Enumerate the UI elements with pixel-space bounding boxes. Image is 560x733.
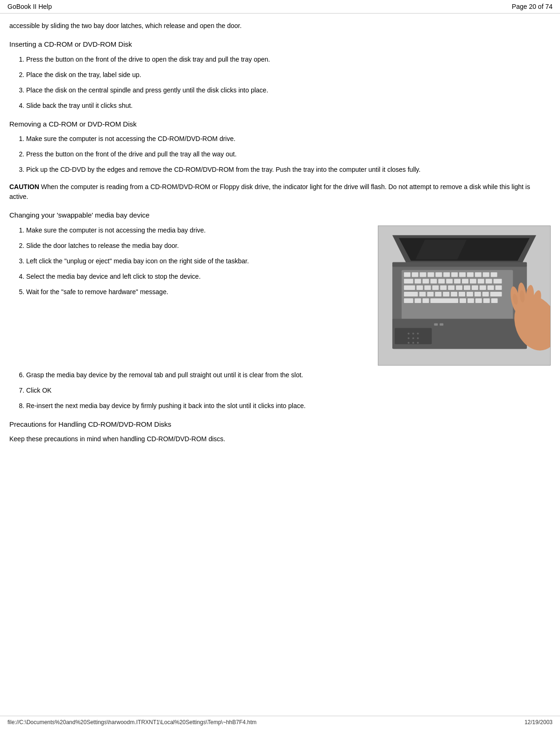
svg-rect-25 bbox=[454, 279, 461, 283]
swappable-steps-list: Make sure the computer is not accessing … bbox=[26, 226, 369, 297]
list-item: Re-insert the next media bay device by f… bbox=[26, 401, 551, 411]
svg-rect-9 bbox=[420, 272, 426, 277]
insert-heading: Inserting a CD-ROM or DVD-ROM Disk bbox=[9, 39, 551, 50]
svg-point-68 bbox=[408, 337, 410, 339]
svg-rect-32 bbox=[417, 285, 423, 290]
svg-rect-40 bbox=[480, 285, 486, 290]
svg-rect-13 bbox=[451, 272, 458, 277]
caution-block: CAUTION When the computer is reading fro… bbox=[9, 182, 551, 202]
laptop-image-container bbox=[378, 226, 551, 366]
svg-rect-18 bbox=[491, 272, 497, 277]
svg-rect-15 bbox=[467, 272, 474, 277]
svg-point-70 bbox=[417, 337, 419, 339]
svg-rect-29 bbox=[486, 279, 492, 283]
intro-text: accessible by sliding the two bay door l… bbox=[9, 21, 551, 31]
swappable-heading: Changing your 'swappable' media bay devi… bbox=[9, 210, 551, 221]
svg-point-69 bbox=[412, 337, 414, 339]
list-item: Click OK bbox=[26, 386, 551, 395]
page-info: Page 20 of 74 bbox=[512, 3, 553, 10]
svg-rect-11 bbox=[435, 272, 442, 277]
svg-rect-33 bbox=[425, 285, 431, 290]
svg-rect-61 bbox=[483, 298, 490, 303]
svg-rect-50 bbox=[467, 292, 473, 296]
svg-rect-7 bbox=[404, 272, 411, 277]
svg-rect-48 bbox=[451, 292, 457, 296]
svg-rect-64 bbox=[395, 328, 432, 344]
svg-rect-51 bbox=[475, 292, 481, 296]
swappable-steps-list-continued: Grasp the media bay device by the remova… bbox=[26, 370, 551, 411]
list-item: Press the button on the front of the dri… bbox=[26, 55, 551, 64]
svg-point-65 bbox=[408, 332, 410, 334]
svg-rect-24 bbox=[446, 279, 453, 283]
svg-rect-21 bbox=[423, 279, 429, 283]
svg-rect-30 bbox=[494, 279, 502, 283]
caution-label: CAUTION bbox=[9, 183, 39, 190]
svg-rect-42 bbox=[496, 285, 502, 290]
precautions-heading: Precautions for Handling CD-ROM/DVD-ROM … bbox=[9, 419, 551, 430]
svg-rect-60 bbox=[475, 298, 482, 303]
list-item: Press the button on the front of the dri… bbox=[26, 149, 551, 159]
svg-rect-49 bbox=[459, 292, 465, 296]
precautions-intro: Keep these precautions in mind when hand… bbox=[9, 434, 551, 444]
svg-rect-58 bbox=[460, 298, 466, 303]
swappable-section: Make sure the computer is not accessing … bbox=[9, 226, 551, 366]
insert-steps-list: Press the button on the front of the dri… bbox=[26, 55, 551, 111]
svg-rect-8 bbox=[412, 272, 418, 277]
svg-rect-74 bbox=[434, 323, 438, 325]
svg-rect-36 bbox=[448, 285, 454, 290]
svg-rect-19 bbox=[404, 279, 413, 283]
list-item: Wait for the "safe to remove hardware" m… bbox=[26, 287, 369, 297]
svg-rect-31 bbox=[404, 285, 415, 290]
svg-rect-45 bbox=[427, 292, 434, 296]
svg-rect-22 bbox=[430, 279, 437, 283]
svg-rect-16 bbox=[475, 272, 482, 277]
svg-rect-38 bbox=[464, 285, 470, 290]
list-item: Make sure the computer is not accessing … bbox=[26, 134, 551, 144]
svg-rect-44 bbox=[419, 292, 426, 296]
svg-point-73 bbox=[417, 342, 419, 344]
svg-rect-28 bbox=[478, 279, 484, 283]
svg-rect-14 bbox=[459, 272, 466, 277]
remove-steps-list: Make sure the computer is not accessing … bbox=[26, 134, 551, 175]
list-item: Slide the door latches to release the me… bbox=[26, 241, 369, 251]
file-path: file://C:\Documents%20and%20Settings\har… bbox=[7, 719, 256, 726]
svg-rect-27 bbox=[470, 279, 476, 283]
swappable-steps-left: Make sure the computer is not accessing … bbox=[9, 226, 369, 303]
date: 12/19/2003 bbox=[525, 719, 553, 726]
svg-rect-47 bbox=[443, 292, 449, 296]
page-footer: file://C:\Documents%20and%20Settings\har… bbox=[0, 716, 560, 726]
list-item: Place the disk on the tray, label side u… bbox=[26, 70, 551, 80]
svg-rect-37 bbox=[456, 285, 462, 290]
list-item: Place the disk on the central spindle an… bbox=[26, 85, 551, 95]
list-item: Left click the "unplug or eject" media b… bbox=[26, 256, 369, 266]
svg-point-72 bbox=[412, 342, 414, 344]
svg-rect-20 bbox=[415, 279, 421, 283]
svg-rect-43 bbox=[404, 292, 418, 296]
svg-rect-46 bbox=[435, 292, 441, 296]
svg-rect-57 bbox=[430, 298, 458, 303]
app-title: GoBook II Help bbox=[7, 3, 52, 10]
svg-rect-39 bbox=[472, 285, 478, 290]
svg-rect-10 bbox=[428, 272, 434, 277]
svg-rect-12 bbox=[443, 272, 450, 277]
list-item: Select the media bay device and left cli… bbox=[26, 272, 369, 282]
svg-rect-54 bbox=[404, 298, 413, 303]
svg-rect-23 bbox=[438, 279, 445, 283]
svg-rect-62 bbox=[491, 298, 498, 303]
svg-rect-56 bbox=[423, 298, 429, 303]
svg-rect-52 bbox=[482, 292, 489, 296]
svg-rect-75 bbox=[439, 323, 443, 325]
svg-rect-55 bbox=[415, 298, 421, 303]
svg-point-66 bbox=[412, 332, 414, 334]
svg-point-71 bbox=[408, 342, 410, 344]
svg-rect-26 bbox=[462, 279, 468, 283]
remove-heading: Removing a CD-ROM or DVD-ROM Disk bbox=[9, 119, 551, 130]
svg-point-67 bbox=[417, 332, 419, 334]
svg-rect-41 bbox=[488, 285, 494, 290]
svg-rect-59 bbox=[468, 298, 474, 303]
svg-rect-17 bbox=[483, 272, 489, 277]
svg-rect-5 bbox=[392, 262, 527, 267]
list-item: Make sure the computer is not accessing … bbox=[26, 226, 369, 235]
laptop-image bbox=[378, 226, 551, 366]
svg-rect-35 bbox=[440, 285, 447, 290]
